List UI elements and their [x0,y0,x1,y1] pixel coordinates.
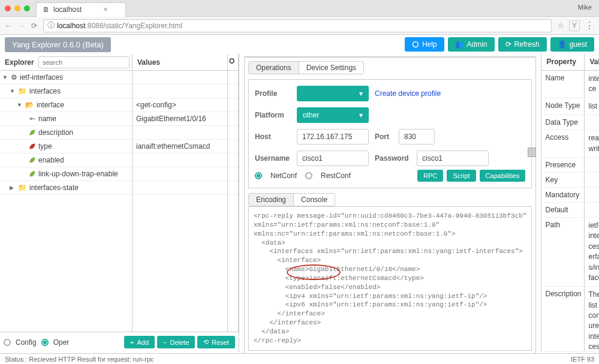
delete-button[interactable]: −Delete [157,336,195,348]
gear-icon: ⚙ [11,73,17,82]
svg-point-1 [413,42,418,47]
forward-icon[interactable]: → [18,22,25,30]
tree-row[interactable]: description [0,126,132,140]
tree-row[interactable]: enabled [0,154,132,167]
maximize-icon[interactable] [24,5,30,11]
close-tab-icon[interactable]: × [103,5,107,14]
oper-radio[interactable] [41,339,49,346]
url-path: :8088/static/YangExplorer.html [85,22,182,30]
refresh-icon: ⟳ [505,40,511,49]
add-button[interactable]: +Add [124,336,155,348]
browser-tab-bar: 🗎 localhost × Mike [0,0,599,17]
properties-panel: Property Value Nameinterface Node Typeli… [541,54,599,352]
scroll-handle[interactable] [528,148,536,157]
users-icon: 👥 [455,40,464,49]
capabilities-button[interactable]: Capabilities [480,170,526,182]
window-controls[interactable] [5,5,30,11]
back-icon[interactable]: ← [5,22,12,30]
profile-select[interactable]: ▾ [297,86,369,101]
platform-select[interactable]: other▾ [297,107,369,123]
tab-operations[interactable]: Operations [249,62,299,74]
tab-console[interactable]: Console [294,194,335,206]
value-cell[interactable]: GigabitEthernet1/0/16 [133,112,227,126]
app-title: Yang Explorer 0.6.0 (Beta) [5,37,111,52]
reset-button[interactable]: ⟲Reset [197,336,235,348]
tree-row[interactable]: ▼📂interface [0,98,132,112]
operation-column: O [228,54,239,332]
platform-label: Platform [255,111,291,119]
leaf-icon [29,129,36,136]
host-input[interactable]: 172.16.167.175 [297,129,369,145]
folder-icon: 📁 [18,183,27,192]
main-layout: Explorer ▼⚙ietf-interfaces ▼📁interfaces … [0,54,599,352]
browser-tab[interactable]: 🗎 localhost × [36,2,126,17]
password-input[interactable]: cisco1 [417,151,489,166]
value-cell[interactable] [133,126,227,140]
value-cell[interactable] [133,181,227,195]
chrome-user[interactable]: Mike [578,4,592,11]
reload-icon[interactable]: ⟳ [31,22,37,30]
help-button[interactable]: Help [405,37,444,52]
tree-row[interactable]: name [0,112,132,126]
port-input[interactable]: 830 [399,129,435,145]
values-header: Values [133,54,227,71]
leaf-icon [29,170,36,178]
center-panel: Build Collections Manage Models Operatio… [239,54,541,352]
bookmark-icon[interactable]: ☆ [558,22,564,30]
close-icon[interactable] [5,5,11,11]
value-cell[interactable] [133,167,227,181]
refresh-button[interactable]: ⟳ Refresh [498,37,547,52]
minimize-icon[interactable] [14,5,20,11]
tab-encoding[interactable]: Encoding [249,194,294,206]
menu-icon[interactable]: ⋮ [585,20,594,31]
username-input[interactable]: cisco1 [297,151,369,166]
password-label: Password [375,154,411,163]
url-host: localhost [57,22,85,30]
github-icon [412,41,419,48]
netconf-label: NetConf [270,172,297,180]
tree-row[interactable]: ▶📁interfaces-state [0,181,132,195]
value-header: Value [585,54,599,70]
script-button[interactable]: Script [447,170,475,182]
username-label: Username [255,154,291,163]
tree-row[interactable]: ▼📁interfaces [0,85,132,98]
url-field[interactable]: ⓘ localhost:8088/static/YangExplorer.htm… [43,19,552,32]
explorer-footer: Config Oper +Add −Delete ⟲Reset [0,332,239,352]
admin-button[interactable]: 👥 Admin [448,37,495,52]
tab-device-settings[interactable]: Device Settings [299,62,363,74]
value-cell[interactable]: ianaift:ethernetCsmacd [133,140,227,154]
port-label: Port [375,133,393,141]
extension-icon[interactable]: Y [569,20,580,31]
value-cell[interactable] [133,71,227,85]
tree-row[interactable]: link-up-down-trap-enable [0,167,132,181]
folder-icon: 📁 [18,87,27,95]
tree-row[interactable]: type [0,140,132,154]
search-input[interactable] [38,56,130,68]
config-label: Config [16,338,37,347]
netconf-radio[interactable] [255,172,262,179]
plus-icon: + [130,339,134,346]
tab-title: localhost [53,5,82,14]
value-cell[interactable] [133,154,227,167]
info-icon[interactable]: ⓘ [47,20,55,31]
minus-icon: − [163,339,167,346]
status-right: IETF 93 [571,356,594,363]
svg-rect-3 [32,118,35,119]
device-form: Profile ▾ Create device profile Platform… [248,79,532,188]
key-icon [29,115,36,122]
value-cell[interactable] [133,85,227,98]
tree-row[interactable]: ▼⚙ietf-interfaces [0,71,132,85]
profile-label: Profile [255,89,291,98]
guest-button[interactable]: 👤 guest [550,37,594,52]
chevron-down-icon: ▾ [359,111,363,119]
browser-address-bar: ← → ⟳ ⓘ localhost:8088/static/YangExplor… [0,17,599,35]
create-profile-link[interactable]: Create device profile [375,89,441,98]
sub-tabs: Operations Device Settings [248,61,364,74]
restconf-label: RestConf [321,172,351,180]
rpc-button[interactable]: RPC [417,170,443,182]
oper-label: Oper [53,338,70,347]
value-cell[interactable]: <get-config> [133,98,227,112]
rpc-output[interactable]: <rpc-reply message-id="urn:uuid:cd8460c3… [248,206,532,351]
config-radio[interactable] [4,339,11,346]
restconf-radio[interactable] [305,172,312,179]
